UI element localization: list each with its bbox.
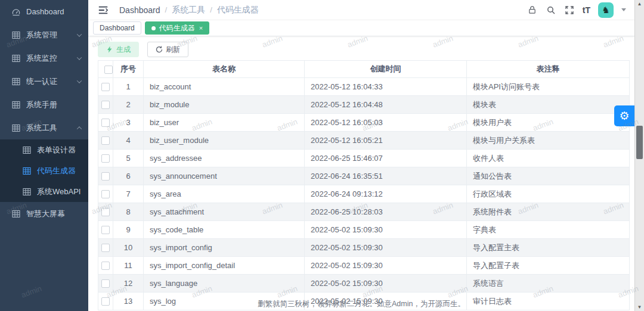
search-icon[interactable] bbox=[546, 5, 556, 15]
menu-collapse-icon[interactable] bbox=[98, 4, 110, 16]
sidebar-item-统一认证[interactable]: 统一认证 bbox=[0, 70, 88, 93]
scrollbar-up-arrow-icon[interactable]: ▲ bbox=[635, 1, 644, 7]
cell-created-time: 2022-06-24 09:13:12 bbox=[305, 185, 467, 203]
font-size-icon[interactable]: tT bbox=[583, 5, 590, 15]
cell-index: 8 bbox=[113, 203, 144, 221]
row-checkbox[interactable] bbox=[101, 244, 110, 252]
cell-table-name: biz_account bbox=[144, 78, 305, 96]
row-checkbox-cell bbox=[98, 239, 113, 257]
scrollbar-thumb[interactable] bbox=[636, 126, 643, 159]
sidebar-item-智慧大屏幕[interactable]: 智慧大屏幕 bbox=[0, 202, 88, 225]
cell-table-comment: 通知公告表 bbox=[467, 167, 630, 185]
row-checkbox[interactable] bbox=[101, 154, 110, 163]
active-tab-dot bbox=[151, 26, 156, 30]
row-checkbox[interactable] bbox=[101, 208, 110, 216]
cell-table-name: sys_area bbox=[144, 185, 305, 203]
cell-created-time: 2022-05-02 15:09:30 bbox=[305, 221, 467, 239]
lock-icon[interactable] bbox=[527, 5, 538, 15]
breadcrumb-separator: / bbox=[165, 5, 168, 14]
sidebar-item-系统工具[interactable]: 系统工具 bbox=[0, 116, 88, 139]
table-row: 9sys_code_table2022-05-02 15:09:30字典表 bbox=[98, 221, 630, 239]
table-row: 5sys_addressee2022-06-25 15:46:07收件人表 bbox=[98, 150, 630, 167]
sidebar-item-系统管理[interactable]: 系统管理 bbox=[0, 23, 88, 46]
row-checkbox[interactable] bbox=[101, 172, 110, 181]
cell-table-comment: 字典表 bbox=[467, 221, 630, 239]
cell-table-name: sys_log bbox=[144, 293, 305, 310]
navbar-actions: tT ♞ bbox=[527, 2, 626, 18]
tab-代码生成器[interactable]: 代码生成器× bbox=[145, 21, 209, 35]
cell-table-comment: 系统语言 bbox=[467, 275, 630, 293]
cell-index: 11 bbox=[113, 257, 144, 275]
generate-button-label: 生成 bbox=[116, 45, 131, 55]
row-checkbox[interactable] bbox=[101, 136, 110, 145]
row-checkbox-cell bbox=[98, 275, 113, 293]
row-checkbox-cell bbox=[98, 96, 113, 114]
cell-created-time: 2022-06-25 15:46:07 bbox=[305, 150, 467, 167]
cell-table-name: sys_language bbox=[144, 275, 305, 293]
refresh-button[interactable]: 刷新 bbox=[147, 42, 188, 57]
tab-dashboard[interactable]: Dashboard bbox=[93, 21, 141, 35]
cell-created-time: 2022-05-02 15:09:30 bbox=[305, 275, 467, 293]
cell-index: 12 bbox=[113, 275, 144, 293]
tab-close-icon[interactable]: × bbox=[199, 25, 203, 32]
breadcrumb: Dashboard/系统工具/代码生成器 bbox=[119, 5, 259, 15]
breadcrumb-item: 系统工具 bbox=[172, 5, 205, 15]
chevron-down-icon bbox=[77, 78, 82, 83]
cell-index: 9 bbox=[113, 221, 144, 239]
select-all-checkbox[interactable] bbox=[104, 66, 113, 74]
table-header: 序号表名称创建时间表注释 bbox=[98, 61, 630, 78]
table-row: 3biz_user2022-05-12 16:05:03模块用户表 bbox=[98, 114, 630, 132]
column-header: 创建时间 bbox=[305, 61, 467, 78]
cell-table-comment: 导入配置主表 bbox=[467, 239, 630, 257]
cell-table-comment: 模块API访问账号表 bbox=[467, 78, 630, 96]
bolt-icon bbox=[106, 46, 113, 53]
row-checkbox[interactable] bbox=[101, 119, 110, 127]
table-row: 13sys_log2022-05-02 15:09:30审计日志表 bbox=[98, 293, 630, 310]
row-checkbox-cell bbox=[98, 78, 113, 96]
row-checkbox[interactable] bbox=[101, 226, 110, 234]
row-checkbox-cell bbox=[98, 221, 113, 239]
cell-table-comment: 审计日志表 bbox=[467, 293, 630, 310]
sidebar-item-dashboard[interactable]: Dashboard bbox=[0, 0, 88, 23]
generate-button[interactable]: 生成 bbox=[98, 42, 139, 57]
sidebar-item-系统监控[interactable]: 系统监控 bbox=[0, 46, 88, 70]
tab-label: 代码生成器 bbox=[159, 23, 195, 33]
cell-created-time: 2022-05-02 15:09:30 bbox=[305, 257, 467, 275]
sidebar-item-系统webapi[interactable]: 系统WebAPI bbox=[0, 181, 88, 202]
grid-icon bbox=[12, 210, 20, 218]
scrollbar-down-arrow-icon[interactable]: ▼ bbox=[635, 304, 644, 310]
cell-table-comment: 模块与用户关系表 bbox=[467, 132, 630, 150]
cell-index: 2 bbox=[113, 96, 144, 114]
user-avatar[interactable]: ♞ bbox=[598, 2, 614, 18]
row-checkbox[interactable] bbox=[101, 262, 110, 270]
row-checkbox-cell bbox=[98, 293, 113, 310]
table-row: 6sys_announcement2022-06-24 16:35:51通知公告… bbox=[98, 167, 630, 185]
row-checkbox[interactable] bbox=[101, 297, 110, 306]
sidebar-item-表单设计器[interactable]: 表单设计器 bbox=[0, 139, 88, 160]
column-header: 表注释 bbox=[467, 61, 630, 78]
sidebar-item-label: 系统WebAPI bbox=[37, 186, 81, 197]
sidebar-item-代码生成器[interactable]: 代码生成器 bbox=[0, 160, 88, 181]
grid-icon bbox=[12, 31, 20, 39]
sidebar-item-label: 表单设计器 bbox=[37, 145, 81, 156]
row-checkbox[interactable] bbox=[101, 101, 110, 109]
row-checkbox[interactable] bbox=[101, 279, 110, 288]
cell-created-time: 2022-05-12 16:04:48 bbox=[305, 96, 467, 114]
table-row: 7sys_area2022-06-24 09:13:12行政区域表 bbox=[98, 185, 630, 203]
cell-table-comment: 模块用户表 bbox=[467, 114, 630, 132]
row-checkbox[interactable] bbox=[101, 190, 110, 198]
sidebar-item-系统手册[interactable]: 系统手册 bbox=[0, 93, 88, 116]
breadcrumb-item[interactable]: Dashboard bbox=[119, 5, 160, 15]
cell-table-comment: 系统附件表 bbox=[467, 203, 630, 221]
grid-icon bbox=[12, 54, 20, 63]
row-checkbox-cell bbox=[98, 167, 113, 185]
fullscreen-icon[interactable] bbox=[564, 5, 575, 15]
settings-gear-button[interactable]: ⚙ bbox=[614, 105, 634, 126]
sidebar-item-label: 系统监控 bbox=[26, 53, 78, 64]
main-area: Dashboard/系统工具/代码生成器 tT ♞ Dashboard代码生成器… bbox=[88, 0, 634, 311]
avatar-dropdown-caret-icon[interactable] bbox=[621, 8, 626, 11]
cell-table-comment: 收件人表 bbox=[467, 150, 630, 167]
table-row: 4biz_user_module2022-05-12 16:05:21模块与用户… bbox=[98, 132, 630, 150]
row-checkbox[interactable] bbox=[101, 83, 110, 91]
page-scrollbar[interactable]: ▲ ▼ bbox=[634, 0, 644, 311]
